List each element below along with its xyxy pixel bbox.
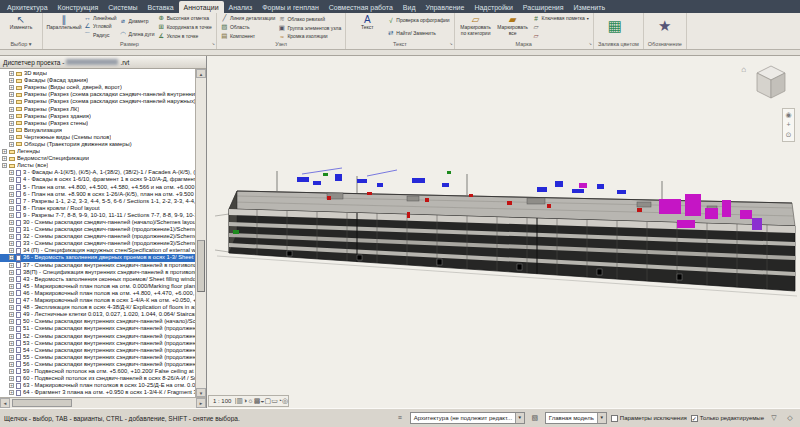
tool-revision-cloud[interactable]: ≋Облако ревизий	[278, 15, 341, 23]
sheet-item[interactable]: +32 - Схемы раскладки сэндвич-панелей (п…	[0, 233, 195, 240]
expand-icon[interactable]: +	[9, 185, 14, 190]
project-browser-titlebar[interactable]: Диспетчер проекта - .rvt	[0, 56, 206, 69]
tool-tag-all[interactable]: ▰Маркировать все	[496, 14, 530, 40]
expand-icon[interactable]: +	[9, 142, 14, 147]
sheet-item[interactable]: +37 - Схемы раскладки внутренних сэндвич…	[0, 262, 195, 269]
tool-modify[interactable]: ↖Изменить	[4, 14, 38, 40]
tool-dim-linear[interactable]: ↔Линейный	[84, 14, 117, 21]
expand-icon[interactable]: +	[9, 348, 14, 353]
scroll-right-icon[interactable]: ►	[196, 398, 206, 408]
design-options-icon[interactable]: ▧	[529, 412, 541, 424]
sheet-item[interactable]: +5 - План на отм. +4.800, +4.500, +4.580…	[0, 184, 195, 191]
viewcube[interactable]	[749, 61, 793, 101]
ribbon-tab-manage[interactable]: Управление	[421, 1, 470, 13]
home-icon[interactable]: ⌂	[741, 65, 746, 74]
browser-category-item[interactable]: +Разрезы (Виды осей, дверей, ворот)	[0, 84, 195, 91]
tool-insulation[interactable]: ≈Кромка изоляции	[278, 33, 341, 40]
ribbon-tab-modify[interactable]: Изменить	[569, 1, 611, 13]
browser-category-item[interactable]: +3D виды	[0, 70, 195, 77]
expand-icon[interactable]: +	[9, 305, 14, 310]
tool-detail-line[interactable]: ╱Линия детализации	[221, 14, 276, 22]
expand-icon[interactable]: +	[9, 241, 14, 246]
sheet-item[interactable]: +9 - Разрезы 7-7, 8-8, 9-9, 10-10, 11-11…	[0, 212, 195, 219]
sheet-item[interactable]: +55 - Схемы раскладки внутренних сэндвич…	[0, 354, 195, 361]
checkbox-box[interactable]: ✓	[691, 415, 698, 422]
ribbon-tab-massing-site[interactable]: Формы и генплан	[257, 1, 324, 13]
checkbox-box[interactable]	[611, 415, 618, 422]
dialog-launcher-icon[interactable]: ↘	[449, 39, 452, 48]
building-3d-model[interactable]	[207, 56, 800, 408]
sheet-item[interactable]: +47 - Маркировочный план полов в осях 1-…	[0, 297, 195, 304]
sheet-item[interactable]: +53 - Схемы раскладки внутренних сэндвич…	[0, 340, 195, 347]
expand-icon[interactable]: +	[9, 121, 14, 126]
expand-icon[interactable]: +	[9, 383, 14, 388]
tool-component[interactable]: ▤Компонент	[221, 32, 276, 40]
expand-icon[interactable]: +	[9, 128, 14, 133]
ribbon-tab-extensions[interactable]: Расширения	[518, 1, 569, 13]
editable-only-checkbox[interactable]: ✓ Только редактируемые	[691, 415, 764, 422]
expand-icon[interactable]: +	[9, 135, 14, 140]
pan-icon[interactable]: +	[786, 121, 790, 129]
sheet-item[interactable]: +59 - Подвесной потолок на отм. +5.600, …	[0, 368, 195, 375]
sheet-item[interactable]: +45 - Маркировочный план полов на отм. 0…	[0, 283, 195, 290]
tool-tag-by-category[interactable]: ▱Маркировать по категории	[459, 14, 493, 40]
sheet-item[interactable]: +36 - Ведомость заполнения дверных проем…	[0, 254, 195, 261]
expand-icon[interactable]: +	[9, 78, 14, 83]
sheet-item[interactable]: +31 - Схемы раскладки сэндвич-панелей (п…	[0, 226, 195, 233]
sheet-item[interactable]: +63 - Маркировочный план потолков в осях…	[0, 382, 195, 389]
expand-icon[interactable]: +	[9, 341, 14, 346]
browser-category-item[interactable]: +Обходы (Траектория движения камеры)	[0, 141, 195, 148]
ribbon-tab-architecture[interactable]: Архитектура	[2, 1, 53, 13]
dropdown-caret-icon[interactable]: ▼	[515, 413, 524, 423]
sheet-item[interactable]: +3 - Фасады А-1(К/5), (К/5)-А, 1-(38/2),…	[0, 169, 195, 176]
expand-icon[interactable]: +	[9, 355, 14, 360]
detail-level-icon[interactable]: ▥	[236, 397, 243, 404]
scale-control[interactable]: 1 : 100	[209, 398, 236, 404]
tool-spot-slope[interactable]: ∡Уклон в точке	[158, 32, 212, 40]
sheet-item[interactable]: +46 - Маркировочный план полов на отм. +…	[0, 290, 195, 297]
browser-category-item[interactable]: +Визуализация	[0, 127, 195, 134]
expand-icon[interactable]: +	[9, 71, 14, 76]
dialog-launcher-icon[interactable]: ↘	[589, 39, 592, 48]
sheet-item[interactable]: +49 - Лестничные клетки 0.013, 0.027, 1.…	[0, 311, 195, 318]
sheet-item[interactable]: +56 - Схемы раскладки внутренних сэндвич…	[0, 361, 195, 368]
expand-icon[interactable]: +	[9, 114, 14, 119]
tool-spelling[interactable]: √Проверка орфографии	[387, 17, 449, 24]
tool-dim-arclength[interactable]: ◠Длина дуги	[120, 30, 155, 38]
design-option-combo[interactable]: Главная модель ▼	[545, 412, 607, 424]
exclude-options-checkbox[interactable]: Параметры исключения	[611, 415, 687, 422]
ribbon-tab-insert[interactable]: Вставка	[143, 1, 179, 13]
navigation-bar[interactable]: ◉ + ⊙	[782, 108, 795, 142]
tool-color-fill-legend[interactable]: ▦	[598, 14, 632, 40]
expand-icon[interactable]: +	[2, 149, 7, 154]
sheet-item[interactable]: +6 - План на отм. +8.900 в осях 1-26/А-(…	[0, 191, 195, 198]
expand-icon[interactable]: +	[9, 199, 14, 204]
expand-icon[interactable]: +	[9, 192, 14, 197]
tool-tag-multi-category[interactable]: ▱	[533, 23, 589, 31]
browser-category-item[interactable]: +Чертежные виды (Схемы полов)	[0, 134, 195, 141]
sheet-item[interactable]: +52 - Схемы раскладки внутренних сэндвич…	[0, 332, 195, 339]
zoom-icon[interactable]: ⊙	[786, 131, 792, 139]
tool-region[interactable]: ▨Область	[221, 23, 276, 31]
expand-icon[interactable]: +	[9, 99, 14, 104]
dropdown-caret-icon[interactable]: ▼	[597, 413, 606, 423]
expand-icon[interactable]: +	[2, 156, 7, 161]
expand-icon[interactable]: +	[9, 362, 14, 367]
expand-icon[interactable]: +	[9, 277, 14, 282]
browser-vertical-scrollbar[interactable]: ▲ ▼	[195, 69, 206, 397]
expand-icon[interactable]: +	[9, 92, 14, 97]
sheet-item[interactable]: +50 - Схемы раскладки внутренних сэндвич…	[0, 318, 195, 325]
tool-find-replace[interactable]: ⇄Найти/ Заменить	[387, 29, 449, 37]
sheet-item[interactable]: +64 - Фрагмент 3 плана на отм. +0.950 в …	[0, 389, 195, 396]
browser-category-item[interactable]: +Листы (все)	[0, 162, 195, 169]
expand-icon[interactable]: +	[9, 206, 14, 211]
expand-icon[interactable]: +	[9, 270, 14, 275]
expand-icon[interactable]: +	[9, 227, 14, 232]
tool-keynote[interactable]: #Ключевая пометка▾	[533, 15, 589, 22]
ribbon-tab-analyze[interactable]: Анализ	[224, 1, 258, 13]
expand-icon[interactable]: +	[9, 326, 14, 331]
tool-spot-elevation[interactable]: ⊕Высотная отметка	[158, 14, 212, 22]
expand-icon[interactable]: +	[9, 369, 14, 374]
sheet-item[interactable]: +60 - Подвесной потолок из сэндвич-панел…	[0, 375, 195, 382]
ribbon-tab-addins[interactable]: Надстройки	[469, 1, 517, 13]
